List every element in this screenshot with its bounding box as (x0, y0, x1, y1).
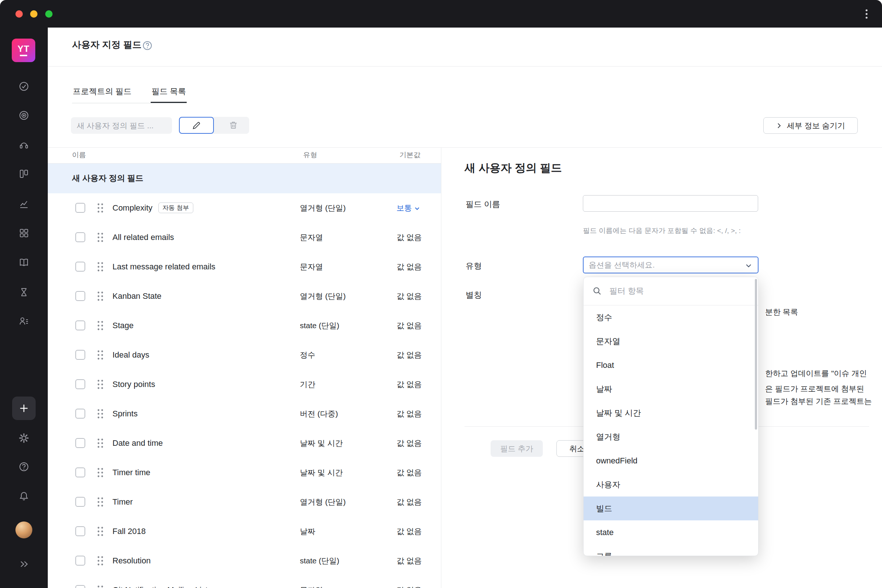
row-checkbox[interactable] (75, 526, 85, 536)
type-option[interactable]: state (584, 520, 758, 544)
settings-gear-icon[interactable] (18, 432, 29, 444)
row-checkbox[interactable] (75, 321, 85, 330)
table-row[interactable]: Last message related emails문자열값 없음 (48, 252, 441, 282)
type-option[interactable]: 열거형 (584, 425, 758, 449)
drag-handle-icon[interactable] (96, 408, 104, 420)
table-row[interactable]: Complexity자동 첨부열거형 (단일)보통 (48, 193, 441, 223)
collapse-double-chevron-icon[interactable] (18, 559, 29, 570)
type-option[interactable]: Float (584, 353, 758, 377)
row-default: 값 없음 (396, 429, 422, 458)
type-option[interactable]: 그룹 (584, 544, 758, 556)
row-checkbox[interactable] (75, 232, 85, 242)
drag-handle-icon[interactable] (96, 467, 104, 478)
drag-handle-icon[interactable] (96, 496, 104, 508)
reports-icon[interactable] (18, 198, 29, 210)
dashboards-icon[interactable] (18, 228, 29, 238)
row-checkbox[interactable] (75, 350, 85, 360)
hide-details-button[interactable]: 세부 정보 숨기기 (763, 117, 858, 134)
table-row[interactable]: Git Notification Mailing List문자열값 없음 (48, 576, 441, 588)
row-default-dropdown[interactable]: 보통 (396, 193, 420, 223)
drag-handle-icon[interactable] (96, 231, 104, 243)
drag-handle-icon[interactable] (96, 525, 104, 537)
dropdown-options: 정수문자열Float날짜날짜 및 시간열거형ownedField사용자빌드sta… (584, 305, 758, 556)
add-field-button[interactable]: 필드 추가 (490, 440, 543, 457)
dropdown-scrollbar[interactable] (755, 279, 757, 430)
row-default: 값 없음 (396, 487, 422, 517)
drag-handle-icon[interactable] (96, 202, 104, 214)
new-field-input[interactable] (71, 117, 172, 134)
row-type: 기간 (300, 370, 315, 399)
row-checkbox[interactable] (75, 468, 85, 477)
tasks-icon[interactable] (18, 81, 29, 92)
type-select[interactable]: 옵션을 선택하세요. (583, 256, 759, 273)
type-option[interactable]: 사용자 (584, 472, 758, 496)
youtrack-logo[interactable]: YT (12, 39, 35, 62)
table-row[interactable]: Fall 2018날짜값 없음 (48, 517, 441, 546)
obscured-help-text: 한하고 업데이트를 "이슈 개인 (765, 368, 867, 378)
close-button[interactable] (15, 10, 23, 18)
teams-icon[interactable] (18, 316, 29, 327)
type-option[interactable]: 날짜 및 시간 (584, 401, 758, 425)
row-default: 값 없음 (396, 546, 422, 576)
row-checkbox[interactable] (75, 497, 85, 507)
field-name-hint: 필드 이름에는 다음 문자가 포함될 수 없음: <, /, >, : (583, 226, 741, 236)
dropdown-search-row (584, 277, 758, 305)
drag-handle-icon[interactable] (96, 378, 104, 390)
row-checkbox[interactable] (75, 291, 85, 301)
drag-handle-icon[interactable] (96, 290, 104, 302)
row-checkbox[interactable] (75, 556, 85, 566)
table-row[interactable]: Stagestate (단일)값 없음 (48, 311, 441, 340)
section-divider (48, 147, 882, 148)
type-option[interactable]: 정수 (584, 305, 758, 329)
table-row[interactable]: Story points기간값 없음 (48, 370, 441, 399)
table-row[interactable]: Resolutionstate (단일)값 없음 (48, 546, 441, 576)
type-option[interactable]: 날짜 (584, 377, 758, 401)
selected-new-field-row[interactable]: 새 사용자 정의 필드 (48, 163, 441, 193)
helpdesk-icon[interactable] (18, 139, 29, 150)
type-option[interactable]: ownedField (584, 449, 758, 472)
row-checkbox[interactable] (75, 379, 85, 389)
field-name-input[interactable] (583, 195, 758, 212)
row-checkbox[interactable] (75, 585, 85, 588)
table-row[interactable]: Ideal days정수값 없음 (48, 340, 441, 370)
drag-handle-icon[interactable] (96, 261, 104, 273)
search-icon (592, 286, 602, 296)
agile-boards-icon[interactable] (18, 168, 29, 179)
timesheets-icon[interactable] (18, 286, 29, 298)
drag-handle-icon[interactable] (96, 320, 104, 332)
projects-target-icon[interactable] (18, 110, 29, 121)
table-row[interactable]: Timer time날짜 및 시간값 없음 (48, 458, 441, 487)
table-row[interactable]: All related emails문자열값 없음 (48, 223, 441, 252)
maximize-button[interactable] (45, 10, 52, 18)
create-plus-button[interactable] (12, 396, 36, 420)
drag-handle-icon[interactable] (96, 555, 104, 567)
notifications-bell-icon[interactable] (18, 490, 29, 502)
user-avatar[interactable] (15, 522, 32, 538)
question-circle-icon[interactable] (142, 40, 153, 51)
tab-field-list[interactable]: 필드 목록 (151, 86, 187, 103)
plus-icon (18, 403, 29, 414)
row-checkbox[interactable] (75, 409, 85, 418)
row-checkbox[interactable] (75, 438, 85, 448)
table-row[interactable]: Sprints버전 (다중)값 없음 (48, 399, 441, 429)
type-option[interactable]: 문자열 (584, 329, 758, 353)
kebab-menu-icon[interactable] (861, 8, 873, 20)
tab-fields-in-projects[interactable]: 프로젝트의 필드 (72, 86, 132, 103)
drag-handle-icon[interactable] (96, 349, 104, 361)
drag-handle-icon[interactable] (96, 584, 104, 588)
dropdown-filter-input[interactable] (609, 286, 749, 296)
table-row[interactable]: Date and time날짜 및 시간값 없음 (48, 429, 441, 458)
table-row[interactable]: Kanban State열거형 (단일)값 없음 (48, 282, 441, 311)
alias-label: 별칭 (466, 290, 482, 301)
minimize-button[interactable] (30, 10, 38, 18)
delete-button[interactable] (218, 117, 249, 134)
type-option[interactable]: 빌드 (584, 496, 758, 520)
row-type: 문자열 (300, 223, 323, 252)
drag-handle-icon[interactable] (96, 437, 104, 449)
help-icon[interactable] (18, 461, 29, 472)
table-row[interactable]: Timer열거형 (단일)값 없음 (48, 487, 441, 517)
row-checkbox[interactable] (75, 203, 85, 213)
row-checkbox[interactable] (75, 262, 85, 272)
edit-button[interactable] (179, 117, 214, 134)
knowledge-base-icon[interactable] (18, 257, 29, 268)
